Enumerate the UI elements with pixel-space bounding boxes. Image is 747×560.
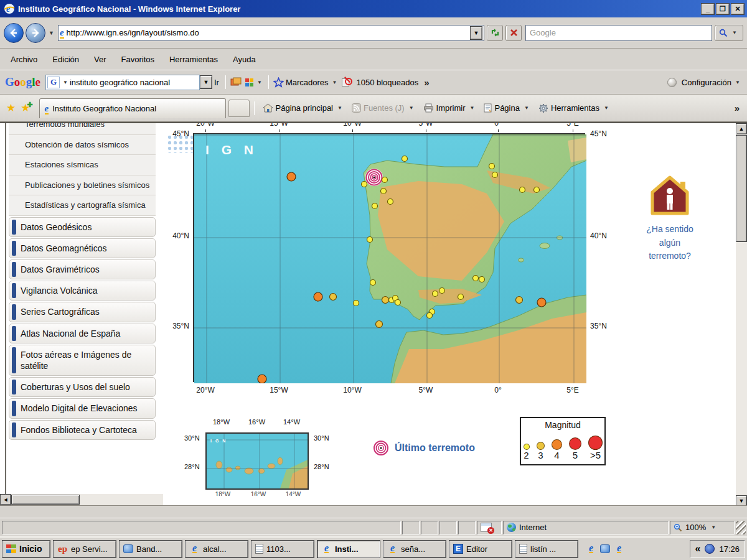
news-icon[interactable]: [230, 77, 242, 87]
last-earthquake-marker: [365, 169, 383, 186]
toolbar-overflow[interactable]: »: [424, 77, 429, 88]
taskbar-button[interactable]: seña...: [383, 540, 446, 558]
zoom-level[interactable]: 100%: [685, 523, 706, 532]
settings-dropdown[interactable]: ▼: [735, 80, 740, 85]
history-dropdown[interactable]: ▼: [49, 30, 54, 36]
network-tray-icon[interactable]: [705, 544, 715, 554]
sidebar-sub-item[interactable]: Terremotos mundiales: [9, 123, 156, 135]
google-toolbar: Google G ▼ instituto geográfico nacional…: [0, 70, 747, 95]
taskbar-button[interactable]: listín ...: [515, 540, 578, 558]
scrollbar-thumb[interactable]: [736, 135, 747, 242]
tray-collapse-chevron[interactable]: «: [695, 543, 701, 554]
apps-dropdown[interactable]: ▼: [257, 80, 262, 85]
zoom-pane[interactable]: 100% ▼: [670, 521, 735, 534]
forward-button[interactable]: [26, 23, 45, 43]
taskbar-button[interactable]: Editor: [449, 540, 512, 558]
sidebar-item[interactable]: Series Cartográficas: [9, 302, 156, 322]
tools-button[interactable]: Herramientas▼: [538, 103, 611, 113]
horizontal-scrollbar-track[interactable]: [0, 505, 747, 518]
bookmarks-star-icon[interactable]: [273, 77, 284, 88]
accent-bar: [12, 283, 16, 298]
google-search-dropdown[interactable]: ▼: [63, 80, 68, 85]
sidebar-sub-item[interactable]: Obtención de datos sísmicos: [9, 135, 156, 156]
bookmarks-button[interactable]: Marcadores: [286, 78, 329, 87]
show-desktop-icon[interactable]: [600, 544, 610, 553]
sidebar-item[interactable]: Modelo Digital de Elevaciones: [9, 398, 156, 418]
sidebar-item[interactable]: Fotos aéreas e Imágenes de satélite: [9, 345, 156, 376]
sidebar-item[interactable]: Datos Geomagnéticos: [9, 238, 156, 258]
refresh-button[interactable]: [487, 25, 503, 41]
sidebar-item[interactable]: Coberturas y Usos del suelo: [9, 377, 156, 397]
sidebar-horizontal-scrollbar[interactable]: ◄: [0, 494, 163, 505]
taskbar-button[interactable]: ep Servi...: [53, 540, 116, 558]
zoom-dropdown[interactable]: ▼: [711, 525, 716, 530]
tab-instituto-geografico-nacional[interactable]: e Instituto Geográfico Nacional: [39, 98, 226, 118]
start-button[interactable]: Inicio: [2, 540, 50, 558]
stop-button[interactable]: [505, 25, 522, 41]
feeds-button[interactable]: Fuentes (J)▼: [352, 103, 416, 113]
sidebar-sub-item[interactable]: Publicaciones y boletines sísmicos: [9, 175, 156, 196]
apps-cube-icon[interactable]: [244, 77, 255, 87]
sidebar-item[interactable]: Fondos Biblioteca y Cartoteca: [9, 420, 156, 440]
scroll-left-button[interactable]: ◄: [0, 494, 11, 505]
search-box[interactable]: Google: [525, 25, 712, 41]
page-button[interactable]: Página▼: [484, 103, 530, 113]
close-button[interactable]: ✕: [731, 3, 745, 15]
canary-lon-label-clipped: 16°W: [247, 491, 270, 496]
minimize-button[interactable]: _: [701, 3, 715, 15]
earthquake-marker-m2: [354, 301, 359, 306]
google-go-button[interactable]: Ir: [214, 78, 219, 87]
menu-item-edición[interactable]: Edición: [45, 53, 86, 66]
new-tab-button[interactable]: [228, 100, 250, 117]
sidebar-item[interactable]: Datos Gravimétricos: [9, 259, 156, 279]
command-overflow[interactable]: »: [735, 103, 740, 113]
ie-quicklaunch-icon[interactable]: [614, 544, 624, 554]
taskbar-button[interactable]: Insti...: [317, 540, 380, 558]
add-favorite-icon[interactable]: ★✚: [21, 103, 30, 113]
scrollbar-thumb[interactable]: [11, 495, 80, 505]
sidebar-item[interactable]: Datos Geodésicos: [9, 217, 156, 237]
address-dropdown-button[interactable]: ▼: [470, 26, 482, 40]
blocked-count[interactable]: 1050 bloqueados: [356, 78, 418, 87]
back-button[interactable]: [4, 23, 24, 43]
taskbar-button[interactable]: alcal...: [185, 540, 248, 558]
sidebar-item[interactable]: Vigilancia Volcánica: [9, 281, 156, 301]
menu-item-herramientas[interactable]: Herramientas: [162, 53, 225, 66]
google-search-field[interactable]: G ▼ instituto geográfico nacional: [45, 75, 200, 90]
sidebar-sub-item[interactable]: Estaciones sísmicas: [9, 155, 156, 175]
favorites-star-icon[interactable]: ★: [6, 103, 16, 113]
menu-item-ver[interactable]: Ver: [87, 53, 113, 66]
felt-earthquake-panel[interactable]: ¿Ha sentido algún terremoto?: [626, 175, 713, 263]
print-button[interactable]: Imprimir▼: [423, 103, 477, 113]
menu-item-ayuda[interactable]: Ayuda: [226, 53, 263, 66]
vertical-scrollbar[interactable]: ▲ ▼: [736, 123, 747, 506]
last-earthquake-label[interactable]: Último terremoto: [395, 442, 475, 454]
felt-earthquake-link[interactable]: ¿Ha sentido algún terremoto?: [626, 223, 713, 263]
home-button[interactable]: Página principal▼: [263, 103, 344, 113]
google-history-dropdown[interactable]: ▼: [200, 75, 212, 89]
menu-item-archivo[interactable]: Archivo: [4, 53, 44, 66]
google-search-value[interactable]: instituto geográfico nacional: [70, 78, 199, 87]
address-bar[interactable]: e http://www.ign.es/ign/layout/sismo.do …: [58, 25, 484, 41]
restore-button[interactable]: ❐: [716, 3, 730, 15]
resize-grip[interactable]: [736, 521, 746, 534]
canary-islands-map: I G N: [205, 432, 309, 490]
earthquake-marker-m2: [382, 177, 388, 183]
canary-lat-label: 30°N: [314, 434, 329, 442]
search-go-button[interactable]: ▼: [715, 25, 743, 41]
title-bar: e Instituto Geográfico Nacional - Window…: [0, 0, 747, 17]
settings-button[interactable]: Configuración: [682, 78, 731, 87]
scroll-up-button[interactable]: ▲: [736, 123, 747, 134]
ie-quicklaunch-icon[interactable]: [586, 544, 596, 554]
house-person-icon[interactable]: [651, 175, 689, 215]
taskbar-button[interactable]: Band...: [119, 540, 182, 558]
earthquake-marker-m2: [489, 164, 495, 169]
accent-bar: [12, 401, 16, 416]
sidebar-sub-item[interactable]: Estadísticas y cartografía sísmica: [9, 195, 156, 216]
menu-item-favoritos[interactable]: Favoritos: [115, 53, 161, 66]
bookmarks-dropdown[interactable]: ▼: [332, 80, 337, 85]
url-text[interactable]: http://www.ign.es/ign/layout/sismo.do: [64, 28, 470, 37]
sidebar-item[interactable]: Atlas Nacional de España: [9, 324, 156, 343]
search-options-dropdown[interactable]: ▼: [732, 30, 737, 35]
taskbar-button[interactable]: 1103...: [251, 540, 314, 558]
